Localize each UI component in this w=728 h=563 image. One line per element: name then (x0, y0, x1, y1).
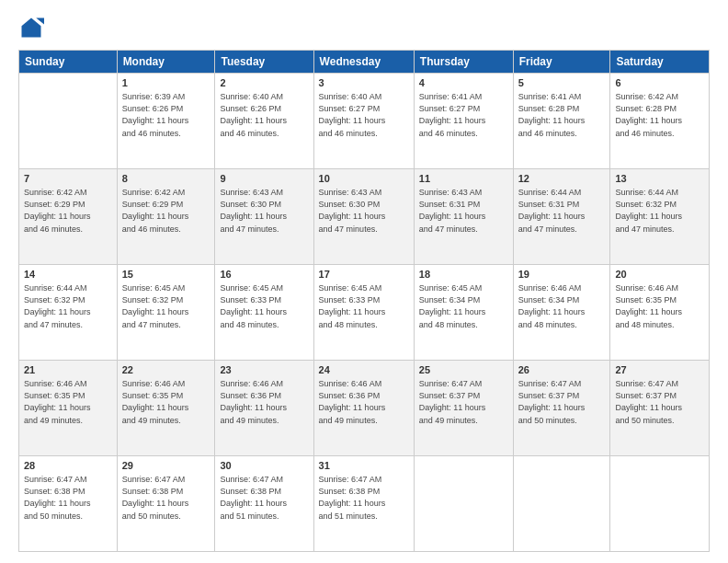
logo (18, 15, 48, 40)
day-number: 13 (615, 172, 704, 186)
calendar-cell: 13Sunrise: 6:44 AM Sunset: 6:32 PM Dayli… (610, 169, 710, 265)
calendar-cell: 23Sunrise: 6:46 AM Sunset: 6:36 PM Dayli… (215, 361, 313, 456)
day-info: Sunrise: 6:45 AM Sunset: 6:32 PM Dayligh… (122, 282, 210, 330)
calendar-cell: 12Sunrise: 6:44 AM Sunset: 6:31 PM Dayli… (513, 169, 610, 265)
day-number: 9 (220, 172, 308, 186)
calendar-cell: 19Sunrise: 6:46 AM Sunset: 6:34 PM Dayli… (513, 265, 610, 361)
col-header-saturday: Saturday (610, 51, 710, 74)
calendar-table: SundayMondayTuesdayWednesdayThursdayFrid… (18, 50, 710, 552)
day-info: Sunrise: 6:40 AM Sunset: 6:27 PM Dayligh… (319, 91, 409, 139)
svg-marker-0 (22, 18, 41, 38)
calendar-cell: 16Sunrise: 6:45 AM Sunset: 6:33 PM Dayli… (215, 265, 313, 361)
calendar-cell: 27Sunrise: 6:47 AM Sunset: 6:37 PM Dayli… (610, 361, 710, 456)
day-info: Sunrise: 6:43 AM Sunset: 6:31 PM Dayligh… (419, 187, 508, 235)
col-header-monday: Monday (117, 51, 215, 74)
day-info: Sunrise: 6:47 AM Sunset: 6:37 PM Dayligh… (419, 378, 508, 426)
day-number: 3 (319, 76, 409, 90)
day-number: 14 (24, 268, 112, 282)
day-info: Sunrise: 6:39 AM Sunset: 6:26 PM Dayligh… (122, 91, 210, 139)
day-info: Sunrise: 6:41 AM Sunset: 6:27 PM Dayligh… (419, 91, 508, 139)
header (18, 15, 710, 40)
day-number: 17 (319, 268, 409, 282)
day-number: 18 (419, 268, 508, 282)
calendar-cell (610, 456, 710, 552)
calendar-cell: 17Sunrise: 6:45 AM Sunset: 6:33 PM Dayli… (313, 265, 414, 361)
calendar-cell: 9Sunrise: 6:43 AM Sunset: 6:30 PM Daylig… (215, 169, 313, 265)
day-info: Sunrise: 6:47 AM Sunset: 6:37 PM Dayligh… (518, 378, 606, 426)
day-number: 6 (615, 76, 704, 90)
day-info: Sunrise: 6:43 AM Sunset: 6:30 PM Dayligh… (220, 187, 308, 235)
calendar-cell (513, 456, 610, 552)
day-info: Sunrise: 6:40 AM Sunset: 6:26 PM Dayligh… (220, 91, 308, 139)
calendar-cell: 31Sunrise: 6:47 AM Sunset: 6:38 PM Dayli… (313, 456, 414, 552)
calendar-cell: 6Sunrise: 6:42 AM Sunset: 6:28 PM Daylig… (610, 74, 710, 169)
day-number: 21 (24, 363, 112, 377)
col-header-sunday: Sunday (19, 51, 118, 74)
calendar-cell: 11Sunrise: 6:43 AM Sunset: 6:31 PM Dayli… (414, 169, 513, 265)
calendar-cell: 20Sunrise: 6:46 AM Sunset: 6:35 PM Dayli… (610, 265, 710, 361)
day-info: Sunrise: 6:42 AM Sunset: 6:29 PM Dayligh… (24, 187, 112, 235)
calendar-cell: 30Sunrise: 6:47 AM Sunset: 6:38 PM Dayli… (215, 456, 313, 552)
day-info: Sunrise: 6:46 AM Sunset: 6:35 PM Dayligh… (24, 378, 112, 426)
col-header-friday: Friday (513, 51, 610, 74)
day-info: Sunrise: 6:47 AM Sunset: 6:37 PM Dayligh… (615, 378, 704, 426)
day-number: 16 (220, 268, 308, 282)
day-number: 28 (24, 459, 112, 473)
calendar-cell: 15Sunrise: 6:45 AM Sunset: 6:32 PM Dayli… (117, 265, 215, 361)
calendar-cell: 26Sunrise: 6:47 AM Sunset: 6:37 PM Dayli… (513, 361, 610, 456)
day-number: 7 (24, 172, 112, 186)
col-header-tuesday: Tuesday (215, 51, 313, 74)
calendar-cell: 24Sunrise: 6:46 AM Sunset: 6:36 PM Dayli… (313, 361, 414, 456)
day-info: Sunrise: 6:47 AM Sunset: 6:38 PM Dayligh… (220, 474, 308, 522)
calendar-cell: 3Sunrise: 6:40 AM Sunset: 6:27 PM Daylig… (313, 74, 414, 169)
calendar-cell: 8Sunrise: 6:42 AM Sunset: 6:29 PM Daylig… (117, 169, 215, 265)
day-info: Sunrise: 6:42 AM Sunset: 6:28 PM Dayligh… (615, 91, 704, 139)
week-row-5: 28Sunrise: 6:47 AM Sunset: 6:38 PM Dayli… (19, 456, 710, 552)
day-number: 25 (419, 363, 508, 377)
day-number: 4 (419, 76, 508, 90)
day-number: 31 (319, 459, 409, 473)
week-row-4: 21Sunrise: 6:46 AM Sunset: 6:35 PM Dayli… (19, 361, 710, 456)
day-info: Sunrise: 6:44 AM Sunset: 6:32 PM Dayligh… (24, 282, 112, 330)
day-number: 19 (518, 268, 606, 282)
day-number: 15 (122, 268, 210, 282)
day-info: Sunrise: 6:47 AM Sunset: 6:38 PM Dayligh… (122, 474, 210, 522)
week-row-2: 7Sunrise: 6:42 AM Sunset: 6:29 PM Daylig… (19, 169, 710, 265)
day-number: 29 (122, 459, 210, 473)
calendar-cell: 29Sunrise: 6:47 AM Sunset: 6:38 PM Dayli… (117, 456, 215, 552)
calendar-cell: 7Sunrise: 6:42 AM Sunset: 6:29 PM Daylig… (19, 169, 118, 265)
day-number: 20 (615, 268, 704, 282)
day-number: 2 (220, 76, 308, 90)
calendar-cell: 28Sunrise: 6:47 AM Sunset: 6:38 PM Dayli… (19, 456, 118, 552)
day-info: Sunrise: 6:46 AM Sunset: 6:34 PM Dayligh… (518, 282, 606, 330)
day-info: Sunrise: 6:45 AM Sunset: 6:33 PM Dayligh… (220, 282, 308, 330)
calendar-header-row: SundayMondayTuesdayWednesdayThursdayFrid… (19, 51, 710, 74)
day-number: 5 (518, 76, 606, 90)
day-info: Sunrise: 6:47 AM Sunset: 6:38 PM Dayligh… (319, 474, 409, 522)
day-number: 1 (122, 76, 210, 90)
calendar-cell: 18Sunrise: 6:45 AM Sunset: 6:34 PM Dayli… (414, 265, 513, 361)
day-number: 27 (615, 363, 704, 377)
day-info: Sunrise: 6:43 AM Sunset: 6:30 PM Dayligh… (319, 187, 409, 235)
day-info: Sunrise: 6:46 AM Sunset: 6:35 PM Dayligh… (122, 378, 210, 426)
day-info: Sunrise: 6:46 AM Sunset: 6:35 PM Dayligh… (615, 282, 704, 330)
day-info: Sunrise: 6:46 AM Sunset: 6:36 PM Dayligh… (319, 378, 409, 426)
day-info: Sunrise: 6:45 AM Sunset: 6:33 PM Dayligh… (319, 282, 409, 330)
day-number: 30 (220, 459, 308, 473)
col-header-wednesday: Wednesday (313, 51, 414, 74)
day-info: Sunrise: 6:41 AM Sunset: 6:28 PM Dayligh… (518, 91, 606, 139)
logo-icon (18, 15, 44, 40)
day-info: Sunrise: 6:47 AM Sunset: 6:38 PM Dayligh… (24, 474, 112, 522)
calendar-cell: 1Sunrise: 6:39 AM Sunset: 6:26 PM Daylig… (117, 74, 215, 169)
day-info: Sunrise: 6:44 AM Sunset: 6:31 PM Dayligh… (518, 187, 606, 235)
calendar-cell: 2Sunrise: 6:40 AM Sunset: 6:26 PM Daylig… (215, 74, 313, 169)
day-number: 8 (122, 172, 210, 186)
week-row-1: 1Sunrise: 6:39 AM Sunset: 6:26 PM Daylig… (19, 74, 710, 169)
day-number: 12 (518, 172, 606, 186)
calendar-cell (414, 456, 513, 552)
calendar-cell: 5Sunrise: 6:41 AM Sunset: 6:28 PM Daylig… (513, 74, 610, 169)
day-number: 24 (319, 363, 409, 377)
calendar-cell: 22Sunrise: 6:46 AM Sunset: 6:35 PM Dayli… (117, 361, 215, 456)
col-header-thursday: Thursday (414, 51, 513, 74)
day-info: Sunrise: 6:45 AM Sunset: 6:34 PM Dayligh… (419, 282, 508, 330)
